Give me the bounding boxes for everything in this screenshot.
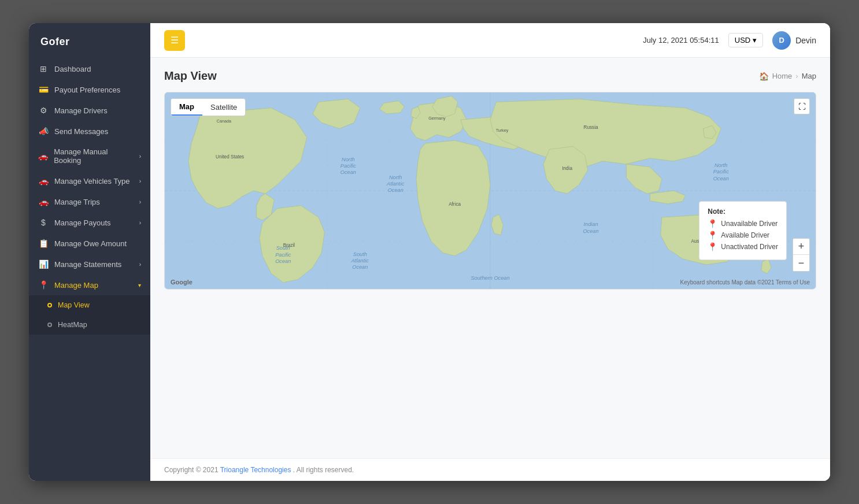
svg-text:Ocean: Ocean xyxy=(275,258,291,264)
svg-text:United States: United States xyxy=(216,154,244,160)
sidebar-item-vehicles-type[interactable]: 🚗 Manage Vehicles Type › xyxy=(29,171,150,191)
map-submenu: Map View HeatMap xyxy=(29,295,150,335)
sidebar-item-dashboard[interactable]: ⊞ Dashboard xyxy=(29,58,150,79)
sidebar-item-manage-trips[interactable]: 🚗 Manage Trips › xyxy=(29,191,150,212)
sidebar-item-manage-drivers[interactable]: ⚙ Manage Drivers xyxy=(29,100,150,121)
page-content: Map View 🏠 Home › Map Map Satellite xyxy=(150,58,830,458)
zoom-in-button[interactable]: + xyxy=(793,239,809,255)
chevron-vehicles: › xyxy=(139,178,141,184)
main-content: ☰ July 12, 2021 05:54:11 USD ▾ D Devin M… xyxy=(150,23,830,481)
manual-booking-icon: 🚗 xyxy=(38,151,48,161)
home-icon: 🏠 xyxy=(759,72,769,81)
vehicles-icon: 🚗 xyxy=(38,176,49,186)
svg-text:Ocean: Ocean xyxy=(340,169,356,175)
map-parent-icon: 📍 xyxy=(38,280,49,290)
chevron-manual-booking: › xyxy=(139,153,141,160)
sidebar-label-manage-statements: Manage Statements xyxy=(54,260,121,269)
sidebar-label-manage-trips: Manage Trips xyxy=(54,198,100,206)
map-container: Map Satellite ⛶ xyxy=(164,92,816,290)
sidebar-label-dashboard: Dashboard xyxy=(54,65,91,73)
svg-text:South: South xyxy=(353,251,367,257)
svg-text:Pacific: Pacific xyxy=(713,169,730,175)
zoom-out-button[interactable]: − xyxy=(793,255,809,271)
currency-selector[interactable]: USD ▾ xyxy=(728,33,763,47)
owe-amount-icon: 📋 xyxy=(38,239,49,248)
svg-text:North: North xyxy=(714,162,728,168)
map-tabs: Map Satellite xyxy=(171,98,246,116)
chevron-payouts: › xyxy=(139,220,141,226)
fullscreen-button[interactable]: ⛶ xyxy=(794,98,810,114)
svg-text:Brazil: Brazil xyxy=(283,243,295,248)
map-footer: Keyboard shortcuts Map data ©2021 Terms … xyxy=(680,279,810,286)
hamburger-icon: ☰ xyxy=(171,35,179,46)
sidebar-label-map-view: Map View xyxy=(58,301,90,309)
chevron-statements: › xyxy=(139,261,141,268)
sidebar-label-manage-map: Manage Map xyxy=(54,281,98,290)
legend-available: 📍 Available Driver xyxy=(708,231,778,240)
breadcrumb-current: Map xyxy=(802,72,816,80)
legend-unactivated: 📍 Unactivated Driver xyxy=(708,242,778,251)
svg-text:Africa: Africa xyxy=(449,202,461,207)
user-menu[interactable]: D Devin xyxy=(772,31,816,50)
svg-text:Ocean: Ocean xyxy=(352,264,368,270)
payouts-icon: $ xyxy=(38,218,49,227)
footer-suffix: . All rights reserved. xyxy=(293,466,354,474)
breadcrumb-home: Home xyxy=(772,72,793,80)
svg-text:North: North xyxy=(389,175,402,180)
heatmap-dot xyxy=(47,323,52,327)
sidebar-item-map-view[interactable]: Map View xyxy=(29,295,150,315)
sidebar-item-manage-payouts[interactable]: $ Manage Payouts › xyxy=(29,212,150,233)
page-header: Map View 🏠 Home › Map xyxy=(164,69,816,83)
dashboard-icon: ⊞ xyxy=(38,64,49,73)
sidebar-label-vehicles-type: Manage Vehicles Type xyxy=(54,177,130,186)
svg-text:Pacific: Pacific xyxy=(340,163,357,169)
svg-text:Ocean: Ocean xyxy=(388,187,403,193)
sidebar-item-heatmap[interactable]: HeatMap xyxy=(29,315,150,335)
svg-text:North: North xyxy=(342,157,355,162)
payout-icon: 💳 xyxy=(38,85,49,94)
note-title: Note: xyxy=(708,207,778,216)
sidebar-item-payout-prefs[interactable]: 💳 Payout Preferences xyxy=(29,79,150,100)
breadcrumb: 🏠 Home › Map xyxy=(759,72,816,81)
legend-unavailable: 📍 Unavailable Driver xyxy=(708,219,778,228)
sidebar-item-manage-statements[interactable]: 📊 Manage Statements › xyxy=(29,254,150,275)
sidebar-item-owe-amount[interactable]: 📋 Manage Owe Amount xyxy=(29,233,150,254)
header-datetime: July 12, 2021 05:54:11 xyxy=(643,36,719,45)
google-brand: Google xyxy=(171,279,192,286)
sidebar-item-send-messages[interactable]: 📣 Send Messages xyxy=(29,121,150,142)
svg-text:Germany: Germany xyxy=(428,116,446,121)
footer: Copyright © 2021 Trioangle Technologies … xyxy=(150,458,830,481)
drivers-icon: ⚙ xyxy=(38,106,49,115)
footer-company-link[interactable]: Trioangle Technologies xyxy=(220,466,291,474)
trips-icon: 🚗 xyxy=(38,197,49,206)
sidebar-item-manage-map[interactable]: 📍 Manage Map ▾ xyxy=(29,275,150,295)
fullscreen-icon: ⛶ xyxy=(798,102,806,111)
map-legend: Note: 📍 Unavailable Driver 📍 Available D… xyxy=(699,201,787,260)
sidebar-label-manage-payouts: Manage Payouts xyxy=(54,218,111,227)
sidebar-item-manual-booking[interactable]: 🚗 Manage Manual Booking › xyxy=(29,142,150,171)
svg-text:Atlantic: Atlantic xyxy=(351,258,369,264)
chevron-trips: › xyxy=(139,199,141,205)
breadcrumb-separator: › xyxy=(795,72,798,80)
statements-icon: 📊 xyxy=(38,260,49,269)
chevron-map: ▾ xyxy=(138,282,141,288)
available-pin-icon: 📍 xyxy=(708,231,717,240)
map-zoom-controls: + − xyxy=(793,238,810,272)
unavailable-pin-icon: 📍 xyxy=(708,219,717,228)
messages-icon: 📣 xyxy=(38,127,49,136)
map-view-dot xyxy=(47,303,52,307)
legend-unactivated-label: Unactivated Driver xyxy=(721,243,778,251)
svg-text:Ocean: Ocean xyxy=(583,228,598,234)
menu-toggle-button[interactable]: ☰ xyxy=(164,30,185,51)
svg-text:Turkey: Turkey xyxy=(496,128,509,133)
sidebar-label-send-messages: Send Messages xyxy=(54,127,108,136)
footer-copyright: Copyright © 2021 xyxy=(164,466,219,474)
currency-value: USD xyxy=(735,36,750,45)
sidebar-label-owe-amount: Manage Owe Amount xyxy=(54,239,127,248)
sidebar-label-manage-drivers: Manage Drivers xyxy=(54,106,108,115)
map-tab-map[interactable]: Map xyxy=(171,99,202,116)
svg-text:Southern Ocean: Southern Ocean xyxy=(471,275,509,281)
svg-text:Indian: Indian xyxy=(583,221,598,227)
header: ☰ July 12, 2021 05:54:11 USD ▾ D Devin xyxy=(150,23,830,58)
map-tab-satellite[interactable]: Satellite xyxy=(202,99,245,116)
